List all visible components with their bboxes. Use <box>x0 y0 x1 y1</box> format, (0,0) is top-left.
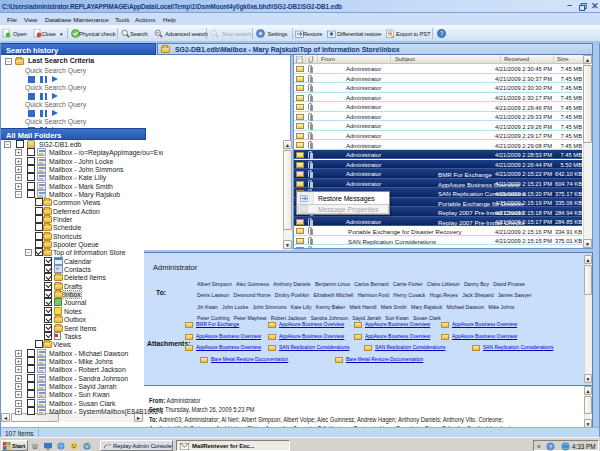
svg-text:e: e <box>85 442 89 449</box>
svg-text:?: ? <box>440 30 444 37</box>
